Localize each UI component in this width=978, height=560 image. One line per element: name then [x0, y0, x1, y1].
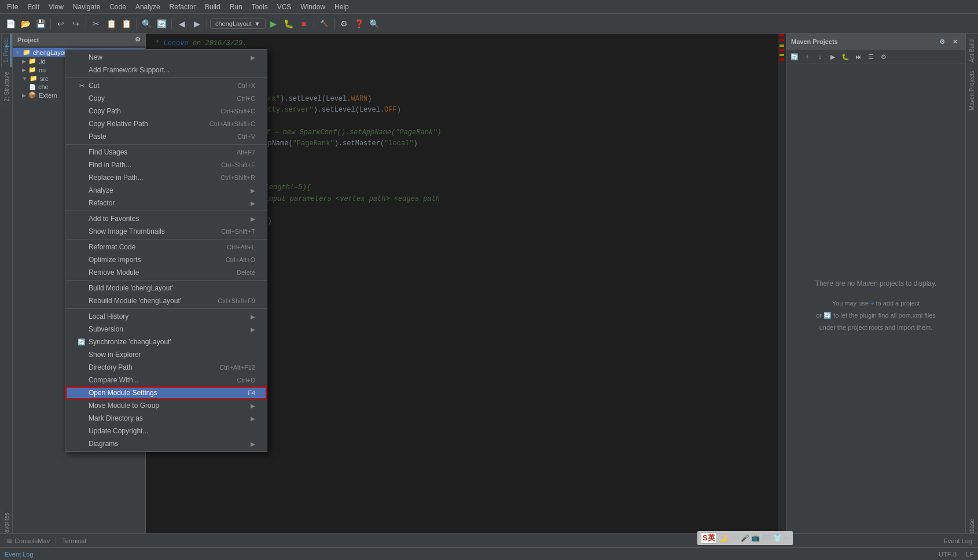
menu-tools[interactable]: Tools — [247, 2, 273, 12]
side-tab-project[interactable]: 1: Project — [1, 34, 12, 67]
menu-navigate[interactable]: Navigate — [68, 2, 105, 12]
cm-remove-module[interactable]: Remove Module Delete — [65, 266, 267, 279]
cm-open-module-settings[interactable]: Open Module Settings F4 — [65, 386, 267, 399]
bottom-tab-consolemav[interactable]: 🖥 ConsoleMav — [2, 536, 53, 546]
maven-refresh-btn[interactable]: 🔄 — [789, 51, 800, 62]
toolbar-redo-btn[interactable]: ↪ — [69, 17, 83, 31]
cm-show-in-explorer[interactable]: Show in Explorer — [65, 348, 267, 361]
cm-refactor[interactable]: Refactor ▶ — [65, 197, 267, 209]
cm-add-to-favorites[interactable]: Add to Favorites ▶ — [65, 212, 267, 225]
toolbar-new-btn[interactable]: 📄 — [3, 17, 17, 31]
status-encoding[interactable]: UTF-8 — [939, 551, 957, 558]
maven-download-btn[interactable]: ↓ — [814, 51, 826, 62]
cm-compare-with-label: Compare With... — [89, 376, 139, 384]
maven-skip-btn[interactable]: ⏭ — [852, 51, 864, 62]
menu-run[interactable]: Run — [225, 2, 247, 12]
toolbar-help-btn[interactable]: ❓ — [352, 17, 366, 31]
cm-diagrams[interactable]: Diagrams ▶ — [65, 437, 267, 450]
maven-debug-btn[interactable]: 🐛 — [840, 51, 851, 62]
menu-window[interactable]: Window — [296, 2, 330, 12]
toolbar-find-btn[interactable]: 🔍 — [139, 17, 153, 31]
cm-replace-in-path[interactable]: Replace in Path... Ctrl+Shift+R — [65, 171, 267, 184]
tree-label-che: che — [38, 83, 49, 90]
cm-rebuild-module[interactable]: Rebuild Module 'chengLayout' Ctrl+Shift+… — [65, 294, 267, 307]
maven-find-link[interactable]: 🔄 — [823, 312, 833, 319]
menu-analyze[interactable]: Analyze — [131, 2, 165, 12]
cm-compare-with[interactable]: Compare With... Ctrl+D — [65, 374, 267, 386]
cm-cut[interactable]: ✂ Cut Ctrl+X — [65, 79, 267, 92]
toolbar-replace-btn[interactable]: 🔄 — [155, 17, 168, 31]
cm-update-copyright[interactable]: Update Copyright... — [65, 425, 267, 437]
cm-find-usages[interactable]: Find Usages Alt+F7 — [65, 146, 267, 159]
toolbar-cut-btn[interactable]: ✂ — [89, 17, 103, 31]
toolbar-save-btn[interactable]: 💾 — [34, 17, 47, 31]
side-tab-structure[interactable]: 2: Structure — [2, 67, 11, 106]
maven-add-link[interactable]: + — [870, 300, 876, 307]
cm-copy-path[interactable]: Copy Path Ctrl+Shift+C — [65, 105, 267, 117]
maven-no-projects-text: There are no Maven projects to display. — [815, 278, 937, 290]
consolemav-icon: 🖥 — [6, 537, 12, 544]
maven-settings-btn[interactable]: ⚙ — [878, 51, 889, 62]
bottom-tab-terminal[interactable]: Terminal — [58, 536, 90, 546]
menu-build[interactable]: Build — [200, 2, 225, 12]
cm-find-in-path-shortcut: Ctrl+Shift+F — [221, 161, 255, 168]
cm-new[interactable]: New ▶ — [65, 51, 267, 64]
status-event-log[interactable]: Event Log — [5, 551, 34, 558]
toolbar-copy-btn[interactable]: 📋 — [104, 17, 118, 31]
project-panel-gear[interactable]: ⚙ — [135, 36, 141, 43]
menu-edit[interactable]: Edit — [23, 2, 44, 12]
cm-local-history[interactable]: Local History ▶ — [65, 310, 267, 323]
right-tab-ant-build[interactable]: Ant Build — [968, 36, 976, 66]
maven-add-btn[interactable]: + — [801, 51, 813, 62]
maven-content: There are no Maven projects to display. … — [786, 64, 965, 547]
cm-build-module[interactable]: Build Module 'chengLayout' — [65, 282, 267, 294]
toolbar-paste-btn[interactable]: 📋 — [119, 17, 133, 31]
debug-btn[interactable]: 🐛 — [282, 17, 296, 31]
toolbar-back-btn[interactable]: ◀ — [175, 17, 189, 31]
menu-vcs[interactable]: VCS — [273, 2, 296, 12]
cm-analyze[interactable]: Analyze ▶ — [65, 184, 267, 197]
maven-help-3: or — [816, 312, 822, 319]
bottom-tab-event-log[interactable]: Event Log — [940, 536, 976, 546]
bottom-tabs-bar: 🖥 ConsoleMav Terminal Event Log — [0, 533, 978, 547]
run-btn[interactable]: ▶ — [267, 17, 281, 31]
cm-copy-relative-path[interactable]: Copy Relative Path Ctrl+Alt+Shift+C — [65, 117, 267, 130]
cm-new-arrow: ▶ — [251, 54, 255, 61]
cm-sep6 — [65, 308, 267, 309]
cm-subversion[interactable]: Subversion ▶ — [65, 323, 267, 336]
cm-synchronize[interactable]: 🔄 Synchronize 'chengLayout' — [65, 336, 267, 348]
cm-reformat-code[interactable]: Reformat Code Ctrl+Alt+L — [65, 241, 267, 253]
cm-copy[interactable]: Copy Ctrl+C — [65, 92, 267, 105]
toolbar-sep2 — [86, 18, 86, 30]
cm-mark-directory-as[interactable]: Mark Directory as ▶ — [65, 412, 267, 425]
menu-help[interactable]: Help — [330, 2, 354, 12]
menu-refactor[interactable]: Refactor — [165, 2, 200, 12]
status-line-sep[interactable]: LF — [966, 551, 973, 558]
cm-move-module-to-group[interactable]: Move Module to Group ▶ — [65, 399, 267, 412]
cm-find-in-path[interactable]: Find in Path... Ctrl+Shift+F — [65, 159, 267, 171]
right-tab-maven[interactable]: Maven Projects — [968, 67, 976, 114]
toolbar-build-btn[interactable]: 🔨 — [317, 17, 331, 31]
menu-code[interactable]: Code — [105, 2, 131, 12]
toolbar-open-btn[interactable]: 📂 — [19, 17, 32, 31]
maven-close-btn[interactable]: ✕ — [949, 36, 961, 47]
toolbar-search-everywhere-btn[interactable]: 🔍 — [367, 17, 381, 31]
cm-directory-path[interactable]: Directory Path Ctrl+Alt+F12 — [65, 361, 267, 374]
maven-toggle-btn[interactable]: ☰ — [865, 51, 877, 62]
toolbar-forward-btn[interactable]: ▶ — [190, 17, 204, 31]
tray-moon-icon: 🌙 — [719, 534, 727, 542]
run-config-name: chengLayout — [215, 20, 252, 27]
cm-paste[interactable]: Paste Ctrl+V — [65, 130, 267, 143]
menu-file[interactable]: File — [2, 2, 23, 12]
cm-local-history-label: Local History — [89, 312, 128, 320]
toolbar-undo-btn[interactable]: ↩ — [54, 17, 68, 31]
cm-show-image-thumbnails[interactable]: Show Image Thumbnails Ctrl+Shift+T — [65, 225, 267, 238]
cm-optimize-imports[interactable]: Optimize Imports Ctrl+Alt+O — [65, 253, 267, 266]
menu-view[interactable]: View — [44, 2, 68, 12]
run-config-selector[interactable]: chengLayout ▼ — [210, 19, 266, 29]
cm-add-framework[interactable]: Add Framework Support... — [65, 64, 267, 76]
stop-btn[interactable]: ■ — [297, 17, 311, 31]
maven-run-btn[interactable]: ▶ — [827, 51, 839, 62]
toolbar-settings-btn[interactable]: ⚙ — [337, 17, 351, 31]
maven-gear-btn[interactable]: ⚙ — [936, 36, 948, 47]
